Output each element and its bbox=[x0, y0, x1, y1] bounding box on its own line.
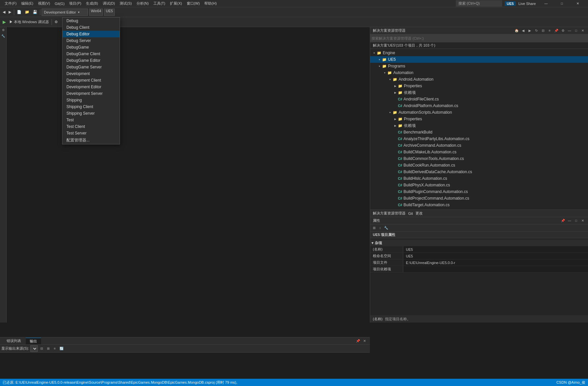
dropdown-debug-editor[interactable]: Debug Editor bbox=[62, 31, 120, 37]
config-dropdown[interactable]: Development Editor bbox=[42, 9, 88, 16]
dropdown-debuggame-client[interactable]: DebugGame Client bbox=[62, 51, 120, 57]
menu-analyze[interactable]: 分析(N) bbox=[135, 1, 151, 6]
prop-tool-3[interactable]: 🔧 bbox=[383, 225, 389, 231]
sidebar-toolbox[interactable]: 🔧 bbox=[1, 34, 5, 38]
bottom-pin[interactable]: 📌 bbox=[355, 338, 361, 344]
menu-build[interactable]: 生成(B) bbox=[84, 1, 100, 6]
dropdown-development-editor[interactable]: Development Editor bbox=[62, 84, 120, 90]
dropdown-debug-client[interactable]: Debug Client bbox=[62, 24, 120, 31]
toolbar-forward[interactable]: ▶ bbox=[7, 9, 13, 16]
tree-bprc[interactable]: ▶ C# BuildProjectCommand.Automation.cs bbox=[370, 195, 588, 202]
dropdown-config-manager[interactable]: 配置管理器... bbox=[62, 136, 120, 144]
tree-programs[interactable]: ▾ 📁 Programs bbox=[370, 63, 588, 69]
tab-error-list[interactable]: 错误列表 bbox=[3, 338, 25, 344]
bottom-close[interactable]: ✕ bbox=[362, 338, 367, 344]
dropdown-shipping[interactable]: Shipping bbox=[62, 97, 120, 103]
tree-android-platform[interactable]: ▶ C# AndroidPlatform.Automation.cs bbox=[370, 102, 588, 109]
menu-view[interactable]: 视图(V) bbox=[36, 1, 52, 6]
prop-pin[interactable]: 📌 bbox=[560, 218, 566, 223]
panel-icon-pin[interactable]: 📌 bbox=[554, 28, 559, 33]
panel-icon-filter[interactable]: ≡ bbox=[547, 28, 552, 33]
footer-git[interactable]: Git bbox=[408, 212, 413, 215]
dropdown-test-server[interactable]: Test Server bbox=[62, 130, 120, 136]
dropdown-development-client[interactable]: Development Client bbox=[62, 77, 120, 84]
platform-select[interactable]: Win64 bbox=[89, 9, 103, 16]
dropdown-debuggame[interactable]: DebugGame bbox=[62, 44, 120, 51]
tree-benchmark[interactable]: ▶ C# BenchmarkBuild bbox=[370, 129, 588, 135]
out-btn-4[interactable]: 🔄 bbox=[59, 346, 64, 351]
panel-icon-minimize[interactable]: — bbox=[567, 28, 572, 33]
tree-bpx[interactable]: ▶ C# BuildPhysX.Automation.cs bbox=[370, 182, 588, 188]
footer-sol-explorer[interactable]: 解决方案资源管理器 bbox=[373, 211, 406, 216]
run-play[interactable]: ▶ bbox=[1, 19, 7, 26]
live-share[interactable]: Live Share bbox=[518, 2, 536, 6]
menu-help[interactable]: 帮助(H) bbox=[202, 1, 218, 6]
menu-tools[interactable]: 工具(T) bbox=[151, 1, 167, 6]
tree-bcm[interactable]: ▶ C# BuildCMakeLib.Automation.cs bbox=[370, 149, 588, 155]
menu-project[interactable]: 项目(P) bbox=[67, 1, 83, 6]
prop-tool-2[interactable]: ↕ bbox=[377, 225, 383, 231]
dropdown-development-server[interactable]: Development Server bbox=[62, 90, 120, 97]
tree-bt[interactable]: ▶ C# BuildTarget.Automation.cs bbox=[370, 202, 588, 208]
maximize-button[interactable]: □ bbox=[554, 0, 569, 7]
menu-test[interactable]: 测试(S) bbox=[118, 1, 134, 6]
menu-debug[interactable]: 调试(D) bbox=[101, 1, 117, 6]
tree-bct[interactable]: ▶ C# BuildCommonTools.Automation.cs bbox=[370, 155, 588, 162]
menu-edit[interactable]: 编辑(E) bbox=[19, 1, 35, 6]
toolbar-open[interactable]: 📁 bbox=[23, 9, 31, 16]
prop-tool-1[interactable]: ⊞ bbox=[372, 225, 377, 231]
prop-category[interactable]: ▾ 杂项 bbox=[370, 240, 588, 246]
toolbar-back[interactable]: ◀ bbox=[1, 9, 7, 16]
prop-minimize[interactable]: — bbox=[567, 218, 572, 223]
panel-search-bar[interactable] bbox=[370, 34, 588, 42]
dropdown-test[interactable]: Test bbox=[62, 117, 120, 123]
tree-engine[interactable]: ▾ 📁 Engine bbox=[370, 50, 588, 56]
panel-icon-home[interactable]: 🏠 bbox=[514, 28, 519, 33]
minimize-button[interactable]: — bbox=[538, 0, 554, 7]
close-button[interactable]: ✕ bbox=[570, 0, 585, 7]
tree-archive[interactable]: ▶ C# ArchiveCommand.Automation.cs bbox=[370, 142, 588, 149]
tab-output[interactable]: 输出 bbox=[26, 338, 41, 344]
dropdown-test-client[interactable]: Test Client bbox=[62, 123, 120, 130]
footer-changes[interactable]: 更改 bbox=[415, 211, 423, 216]
tree-automation-scripts[interactable]: ▾ 📁 AutomationScripts.Automation bbox=[370, 109, 588, 116]
out-btn-2[interactable]: ⊞ bbox=[46, 346, 51, 351]
search-box[interactable]: 搜索 (Ctrl+Q) bbox=[456, 0, 502, 7]
panel-icon-forward[interactable]: ▶ bbox=[527, 28, 532, 33]
tree-bh[interactable]: ▶ C# BuildHlslc.Automation.cs bbox=[370, 175, 588, 182]
out-btn-1[interactable]: ⊟ bbox=[39, 346, 44, 351]
menu-git[interactable]: Git(G) bbox=[53, 2, 66, 6]
sidebar-server-explorer[interactable]: ⚙ bbox=[2, 28, 5, 32]
dropdown-development[interactable]: Development bbox=[62, 70, 120, 77]
panel-icon-close[interactable]: ✕ bbox=[580, 28, 585, 33]
run-more[interactable]: ⚙ bbox=[53, 19, 59, 26]
project-select[interactable]: UE5 bbox=[104, 9, 114, 16]
tree-analyze[interactable]: ▶ C# AnalyzeThirdPartyLibs.Automation.cs bbox=[370, 135, 588, 142]
tree-properties-2[interactable]: ▶ 📁 Properties bbox=[370, 116, 588, 122]
toolbar-save[interactable]: 💾 bbox=[31, 9, 39, 16]
output-source-select[interactable] bbox=[30, 345, 38, 352]
dropdown-debuggame-editor[interactable]: DebugGame Editor bbox=[62, 57, 120, 64]
prop-maximize[interactable]: □ bbox=[573, 218, 579, 223]
tree-deps-2[interactable]: ▶ 📁 依赖项 bbox=[370, 122, 588, 129]
tree-bddc[interactable]: ▶ C# BuildDerivedDataCache.Automation.cs bbox=[370, 169, 588, 175]
dropdown-debug[interactable]: Debug bbox=[62, 18, 120, 24]
menu-file[interactable]: 文件(F) bbox=[3, 1, 19, 6]
menu-extensions[interactable]: 扩展(X) bbox=[168, 1, 184, 6]
tree-bcr[interactable]: ▶ C# BuildCookRun.Automation.cs bbox=[370, 162, 588, 169]
tree-android-automation[interactable]: ▾ 📁 Android.Automation bbox=[370, 76, 588, 83]
tree-ue5[interactable]: ▾ 📁 UE5 bbox=[370, 56, 588, 63]
panel-icon-maximize[interactable]: □ bbox=[573, 28, 579, 33]
tree-android-file-client[interactable]: ▶ C# AndroidFileClient.cs bbox=[370, 96, 588, 102]
panel-icon-settings[interactable]: ⚙ bbox=[560, 28, 566, 33]
panel-icon-collapse[interactable]: ⊟ bbox=[540, 28, 546, 33]
dropdown-debug-server[interactable]: Debug Server bbox=[62, 37, 120, 44]
menu-window[interactable]: 窗口(W) bbox=[185, 1, 202, 6]
tree-bplc[interactable]: ▶ C# BuildPluginCommand.Automation.cs bbox=[370, 188, 588, 195]
tree-deps-1[interactable]: ▶ 📁 依赖项 bbox=[370, 89, 588, 96]
toolbar-new[interactable]: 📄 bbox=[16, 9, 23, 16]
tree-properties-1[interactable]: ▶ 📁 Properties bbox=[370, 83, 588, 89]
panel-icon-sync[interactable]: ↻ bbox=[534, 28, 539, 33]
dropdown-shipping-client[interactable]: Shipping Client bbox=[62, 103, 120, 110]
out-btn-3[interactable]: ≡ bbox=[52, 346, 58, 351]
